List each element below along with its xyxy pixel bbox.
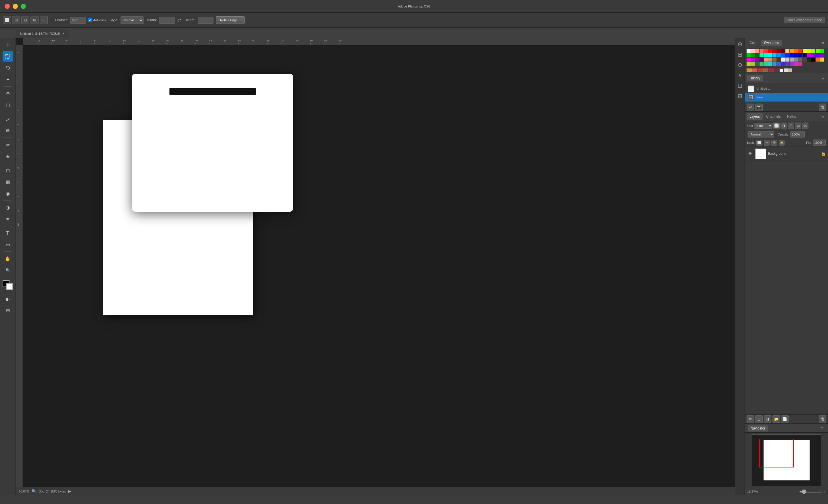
swatch[interactable] bbox=[781, 53, 785, 57]
arrow-icon[interactable]: ▶ bbox=[68, 489, 71, 493]
swatch[interactable] bbox=[798, 49, 802, 53]
swatch[interactable] bbox=[777, 62, 781, 66]
swatch[interactable] bbox=[820, 49, 824, 53]
history-item-new[interactable]: New bbox=[745, 93, 828, 101]
swatch[interactable] bbox=[777, 49, 781, 53]
eyedropper-tool[interactable] bbox=[3, 114, 13, 124]
move-tool[interactable]: ✛ bbox=[3, 40, 13, 50]
swatch[interactable] bbox=[798, 53, 802, 57]
swatch[interactable] bbox=[774, 69, 779, 72]
swatch[interactable] bbox=[788, 69, 792, 72]
pen-tool[interactable]: ✒ bbox=[3, 214, 13, 224]
lock-pixels-btn[interactable]: ✏ bbox=[764, 140, 770, 145]
swatch[interactable] bbox=[773, 57, 777, 61]
select-all-icon[interactable] bbox=[736, 40, 744, 48]
marquee-tool[interactable] bbox=[3, 51, 13, 61]
swatches-menu-icon[interactable]: ≡ bbox=[820, 40, 826, 46]
intersect-selection-btn[interactable]: ⊠ bbox=[31, 16, 39, 24]
blur-tool[interactable]: ◉ bbox=[3, 188, 13, 199]
swatch[interactable] bbox=[764, 49, 768, 53]
history-state-btn[interactable]: ↩ bbox=[747, 103, 754, 111]
tab-color[interactable]: Color bbox=[747, 40, 761, 46]
marquee-tool-btn[interactable]: ⬜ bbox=[3, 16, 11, 24]
nav-viewport-rect[interactable] bbox=[759, 439, 794, 467]
swatch[interactable] bbox=[747, 53, 751, 57]
hand-tool[interactable]: ✋ bbox=[3, 253, 13, 264]
swatch[interactable] bbox=[773, 62, 777, 66]
layer-visibility-toggle[interactable]: 👁 bbox=[747, 151, 753, 157]
swatch[interactable] bbox=[794, 53, 798, 57]
swatch[interactable] bbox=[811, 53, 815, 57]
swatch[interactable] bbox=[768, 49, 772, 53]
add-adjustment-btn[interactable]: ◑ bbox=[764, 415, 771, 423]
info-icon[interactable]: i bbox=[736, 61, 744, 69]
image-icon[interactable] bbox=[736, 92, 744, 100]
dodge-tool[interactable]: ◑ bbox=[3, 202, 13, 213]
tab-navigator[interactable]: Navigator bbox=[748, 425, 768, 431]
height-input[interactable] bbox=[198, 17, 213, 24]
swatch[interactable] bbox=[773, 49, 777, 53]
swatch[interactable] bbox=[798, 62, 802, 66]
swatch[interactable] bbox=[759, 62, 763, 66]
width-input[interactable] bbox=[159, 17, 175, 24]
history-delete-btn[interactable]: 🗑 bbox=[819, 103, 826, 111]
swap-wh-icon[interactable]: ⇄ bbox=[177, 17, 181, 23]
style-select[interactable]: Normal Fixed Ratio Fixed Size bbox=[121, 16, 143, 24]
close-button[interactable] bbox=[5, 4, 10, 9]
swatch[interactable] bbox=[781, 49, 785, 53]
new-layer-btn[interactable]: 📄 bbox=[781, 415, 789, 423]
type-filter-btn[interactable]: T bbox=[788, 123, 794, 129]
swatch[interactable] bbox=[764, 53, 768, 57]
healing-brush-tool[interactable] bbox=[3, 125, 13, 136]
subtract-selection-btn[interactable]: ⊟ bbox=[21, 16, 29, 24]
swatch[interactable] bbox=[785, 62, 789, 66]
swatch[interactable] bbox=[752, 69, 757, 72]
swatch[interactable] bbox=[768, 62, 772, 66]
add-selection-btn[interactable]: ⊞ bbox=[12, 16, 20, 24]
shape-tool[interactable]: ▭ bbox=[3, 239, 13, 250]
swatch[interactable] bbox=[777, 57, 781, 61]
maximize-button[interactable] bbox=[21, 4, 26, 9]
fill-input[interactable] bbox=[813, 139, 826, 146]
swatch[interactable] bbox=[816, 57, 820, 61]
tab-channels[interactable]: Channels bbox=[763, 113, 784, 120]
swatch[interactable] bbox=[785, 53, 789, 57]
swatch[interactable] bbox=[816, 49, 820, 53]
anti-alias-checkbox[interactable] bbox=[88, 18, 92, 22]
background-color[interactable] bbox=[6, 283, 13, 290]
layer-item-background[interactable]: 👁 Background 🔒 bbox=[745, 146, 828, 161]
swatch[interactable] bbox=[790, 53, 794, 57]
swatch[interactable] bbox=[755, 62, 759, 66]
adjust-filter-btn[interactable]: ◑ bbox=[781, 123, 787, 129]
minimize-button[interactable] bbox=[13, 4, 18, 9]
anti-alias-label[interactable]: Anti-alias bbox=[88, 18, 106, 22]
swatch[interactable] bbox=[781, 57, 785, 61]
swatch[interactable] bbox=[816, 53, 820, 57]
refine-edge-button[interactable]: Refine Edge... bbox=[216, 16, 245, 24]
swatch[interactable] bbox=[820, 57, 824, 61]
document-tab[interactable]: Untitled-1 @ 16.7% (RGB/8) × bbox=[16, 29, 69, 38]
swatch[interactable] bbox=[790, 49, 794, 53]
lock-transparent-btn[interactable]: ⬜ bbox=[756, 140, 762, 145]
crop-tool[interactable]: ⊕ bbox=[3, 88, 13, 99]
swatch[interactable] bbox=[820, 53, 824, 57]
magic-wand-tool[interactable]: ✦ bbox=[3, 74, 13, 85]
swatch[interactable] bbox=[764, 57, 768, 61]
swatch[interactable] bbox=[784, 69, 788, 72]
shape-filter-btn[interactable]: ▭ bbox=[795, 123, 801, 129]
selection-mode-btn[interactable]: ⊡ bbox=[40, 16, 48, 24]
gradient-tool[interactable]: ▦ bbox=[3, 177, 13, 187]
swatch[interactable] bbox=[759, 49, 763, 53]
history-item-untitled[interactable]: Untitled-1 bbox=[745, 84, 828, 93]
add-style-btn[interactable]: fx bbox=[747, 415, 754, 423]
swatch[interactable] bbox=[755, 49, 759, 53]
eraser-tool[interactable]: ◻ bbox=[3, 165, 13, 175]
swatch[interactable] bbox=[769, 69, 774, 72]
brush-tool[interactable]: ✏ bbox=[3, 139, 13, 150]
swatch[interactable] bbox=[803, 53, 807, 57]
swatch[interactable] bbox=[794, 57, 798, 61]
tab-swatches[interactable]: Swatches bbox=[761, 40, 782, 46]
close-tab-icon[interactable]: × bbox=[63, 31, 65, 36]
swatch[interactable] bbox=[768, 53, 772, 57]
zoom-in-icon[interactable]: + bbox=[824, 490, 826, 493]
